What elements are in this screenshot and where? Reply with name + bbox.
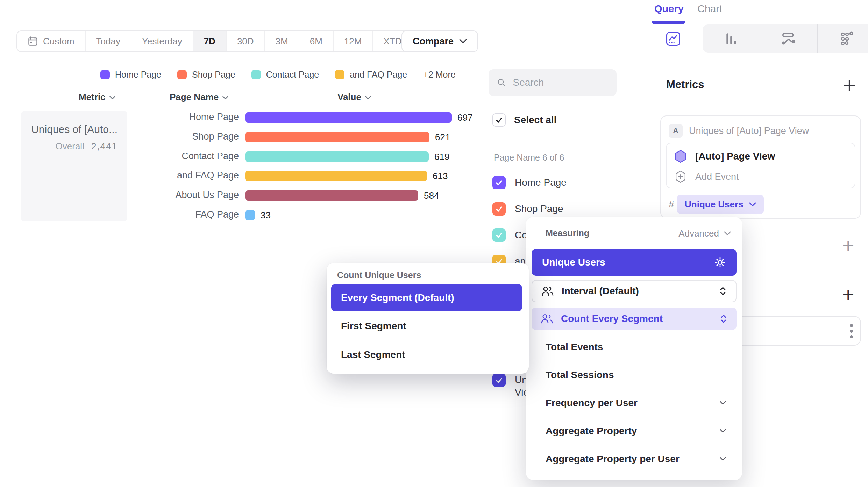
measurement-chip[interactable]: Unique Users [677,195,764,214]
metric-checkbox[interactable] [492,374,506,387]
legend-item[interactable]: Home Page [100,70,161,80]
bar-category-label: and FAQ Page [123,170,239,181]
filter-item[interactable]: Home Page [492,176,567,189]
chevron-down-icon [749,202,756,207]
bar-category-label: Shop Page [123,131,239,142]
chart-legend: Home PageShop PageContact Pageand FAQ Pa… [100,70,456,80]
filter-metric-item[interactable]: Uni Vie [492,374,529,399]
menu-item-total-sessions[interactable]: Total Sessions [546,369,726,381]
menu-item-aggregate-property[interactable]: Aggregate Property [546,425,726,437]
chevron-down-icon [365,96,371,100]
filter-checkbox[interactable] [492,176,506,189]
tab-chart[interactable]: Chart [697,3,722,15]
event-row[interactable]: [Auto] Page View [674,150,775,163]
menu-item-interval[interactable]: Interval (Default) [532,280,737,302]
line-chart-icon [664,30,682,48]
filter-group-label: Page Name 6 of 6 [494,153,564,163]
date-range-today[interactable]: Today [86,31,131,51]
add-metric-button[interactable]: + [842,76,857,94]
checkmark-icon [495,178,503,187]
legend-item[interactable]: Shop Page [177,70,235,80]
bar[interactable] [245,151,429,162]
chevron-down-icon [459,39,467,44]
checkmark-icon [495,231,503,239]
grid-dots-icon [838,30,855,48]
date-range-3m[interactable]: 3M [265,31,299,51]
stepper-icon [720,313,727,324]
more-options-icon[interactable] [850,324,853,338]
measurement-chip-label: Unique Users [685,199,744,210]
menu-item-total-events[interactable]: Total Events [546,341,726,353]
stepper-icon [719,286,727,296]
chevron-down-icon [720,401,726,405]
calendar-icon [28,36,38,47]
chevron-down-icon [720,457,726,461]
add-filter-button[interactable]: + [841,237,855,253]
tab-insights-chart[interactable] [664,30,682,48]
legend-item[interactable]: Contact Page [251,70,319,80]
bar[interactable] [245,171,427,181]
tab-query[interactable]: Query [654,3,684,15]
menu-item-last-segment[interactable]: Last Segment [341,349,405,360]
filter-checkbox[interactable] [492,202,506,216]
menu-item-count-every-segment[interactable]: Count Every Segment [532,308,737,330]
measuring-dropdown: Measuring Advanced Unique Users Interval… [526,217,742,480]
search-input[interactable] [512,77,608,89]
advanced-toggle[interactable]: Advanced [678,228,731,239]
bar-value-label: 619 [434,151,449,162]
menu-item-every-segment[interactable]: Every Segment (Default) [331,284,522,311]
bar[interactable] [245,190,418,201]
divider-vertical [760,24,760,53]
bar-value-label: 33 [261,210,271,221]
bar-category-label: About Us Page [123,190,239,200]
bar-category-label: FAQ Page [123,209,239,220]
date-range-30d[interactable]: 30D [227,31,265,51]
column-header-page-name[interactable]: Page Name [170,92,228,103]
metric-letter-badge: A [669,124,683,138]
metrics-heading: Metrics [666,78,704,91]
tab-flow-chart[interactable] [780,30,797,48]
gear-icon[interactable] [714,256,726,268]
filter-item[interactable]: Shop Page [492,202,563,216]
filter-checkbox[interactable] [492,228,506,242]
count-unique-users-popup: Count Unique Users Every Segment (Defaul… [327,263,529,374]
tab-bar-chart[interactable] [723,30,740,48]
select-all-row[interactable]: Select all [492,113,556,127]
legend-more[interactable]: +2 More [423,70,455,80]
overall-value: 2,441 [91,141,118,152]
menu-item-aggregate-property-per-user[interactable]: Aggregate Property per User [546,453,726,465]
checkmark-icon [495,205,503,213]
legend-item[interactable]: and FAQ Page [335,70,407,80]
bar[interactable] [245,132,429,142]
legend-swatch [177,70,187,79]
date-range-custom[interactable]: Custom [17,31,86,51]
people-icon [541,313,553,324]
people-icon [541,286,554,296]
compare-button[interactable]: Compare [401,30,478,52]
bar[interactable] [245,112,452,123]
bar[interactable] [245,210,255,220]
event-label: [Auto] Page View [695,151,775,162]
column-header-value[interactable]: Value [337,92,371,103]
date-range-7d[interactable]: 7D [193,31,227,51]
menu-item-first-segment[interactable]: First Segment [341,320,406,332]
column-header-metric[interactable]: Metric [79,92,115,103]
menu-item-frequency-per-user[interactable]: Frequency per User [546,397,726,409]
add-event-row[interactable]: Add Event [674,170,739,183]
popup-title: Count Unique Users [337,270,421,280]
date-range-yesterday[interactable]: Yesterday [131,31,193,51]
legend-swatch [251,70,261,79]
hexagon-event-icon [674,150,687,163]
bar-value-label: 697 [457,112,472,123]
date-range-6m[interactable]: 6M [299,31,334,51]
search-box[interactable] [489,69,617,96]
date-range-12m[interactable]: 12M [334,31,373,51]
legend-swatch [100,70,110,79]
add-breakdown-button[interactable]: + [841,286,855,302]
tab-grid-chart[interactable] [838,30,855,48]
overall-label: Overall [56,141,84,152]
menu-item-unique-users[interactable]: Unique Users [532,249,737,276]
chevron-down-icon [720,429,726,433]
metric-summary-card[interactable]: Uniques of [Auto... Overall 2,441 [21,111,127,221]
select-all-checkbox[interactable] [492,113,506,127]
